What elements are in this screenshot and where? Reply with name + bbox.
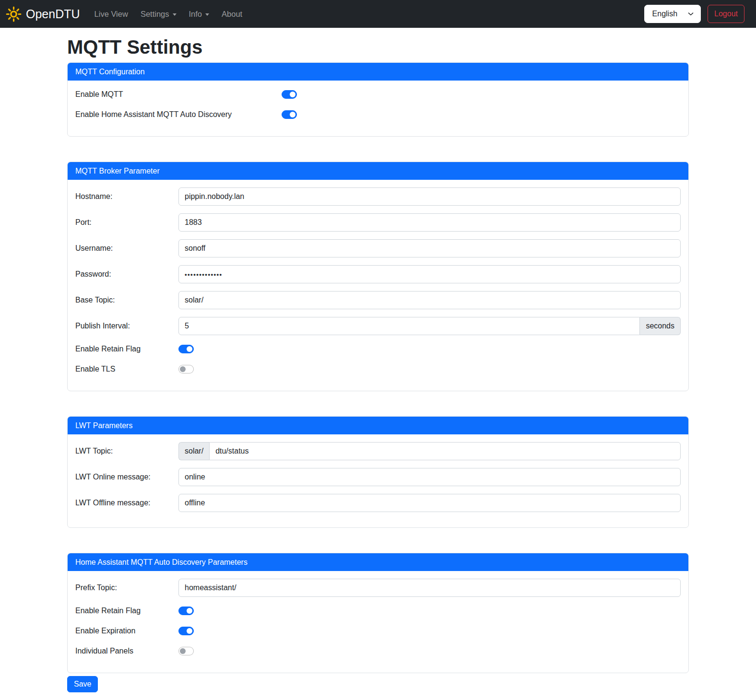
row-port: Port: <box>75 213 681 232</box>
nav-item-live-view[interactable]: Live View <box>91 6 132 23</box>
top-navbar: OpenDTU Live View Settings Info About En… <box>0 0 756 28</box>
card-header-mqtt-broker: MQTT Broker Parameter <box>68 162 688 180</box>
card-header-hass-discovery: Home Assistant MQTT Auto Discovery Param… <box>68 553 688 571</box>
card-lwt-parameters: LWT Parameters LWT Topic: solar/ LWT Onl… <box>67 416 689 528</box>
page-title: MQTT Settings <box>67 35 689 58</box>
hostname-label: Hostname: <box>75 192 178 201</box>
toggle-knob <box>180 366 186 372</box>
publish-interval-unit: seconds <box>640 317 681 335</box>
card-body: Enable MQTT Enable Home Assistant MQTT A… <box>68 81 688 136</box>
row-enable-hass-discovery: Enable Home Assistant MQTT Auto Discover… <box>75 108 681 121</box>
nav-item-about[interactable]: About <box>218 6 246 23</box>
password-input[interactable] <box>178 265 681 283</box>
enable-retain-toggle[interactable] <box>178 345 194 353</box>
card-body: Hostname: Port: Username: Password: <box>68 180 688 391</box>
prefix-topic-input[interactable] <box>178 579 681 597</box>
navbar-right: English Logout <box>644 5 744 23</box>
toggle-knob <box>187 346 192 352</box>
main-content: MQTT Settings MQTT Configuration Enable … <box>61 35 695 700</box>
row-base-topic: Base Topic: <box>75 291 681 309</box>
lwt-topic-prefix: solar/ <box>178 442 209 460</box>
chevron-down-icon <box>205 13 209 16</box>
save-button[interactable]: Save <box>67 676 98 692</box>
enable-mqtt-label: Enable MQTT <box>75 90 282 99</box>
nav-item-label: Settings <box>141 10 169 19</box>
row-hass-expiration: Enable Expiration <box>75 625 681 637</box>
row-username: Username: <box>75 239 681 257</box>
nav-item-settings[interactable]: Settings <box>137 6 180 23</box>
language-select-value: English <box>652 10 677 18</box>
card-header-lwt-parameters: LWT Parameters <box>68 417 688 434</box>
hass-retain-label: Enable Retain Flag <box>75 607 178 615</box>
lwt-online-label: LWT Online message: <box>75 473 178 481</box>
chevron-down-icon <box>688 11 694 17</box>
nav-item-label: About <box>222 10 242 19</box>
row-enable-tls: Enable TLS <box>75 363 681 375</box>
row-individual-panels: Individual Panels <box>75 645 681 657</box>
chevron-down-icon <box>173 13 177 16</box>
row-hass-retain: Enable Retain Flag <box>75 605 681 617</box>
row-lwt-offline: LWT Offline message: <box>75 494 681 512</box>
individual-panels-toggle[interactable] <box>178 647 194 655</box>
username-label: Username: <box>75 244 178 253</box>
enable-tls-label: Enable TLS <box>75 365 178 373</box>
card-body: Prefix Topic: Enable Retain Flag Enable … <box>68 571 688 673</box>
nav-item-info[interactable]: Info <box>185 6 213 23</box>
card-body: LWT Topic: solar/ LWT Online message: LW… <box>68 434 688 527</box>
sun-icon <box>6 6 22 22</box>
username-input[interactable] <box>178 239 681 257</box>
row-lwt-topic: LWT Topic: solar/ <box>75 442 681 460</box>
base-topic-input[interactable] <box>178 291 681 309</box>
nav-item-label: Info <box>189 10 202 19</box>
language-select[interactable]: English <box>644 5 701 23</box>
lwt-topic-input[interactable] <box>209 442 681 460</box>
row-lwt-online: LWT Online message: <box>75 468 681 486</box>
hass-expiration-label: Enable Expiration <box>75 627 178 635</box>
row-prefix-topic: Prefix Topic: <box>75 579 681 597</box>
enable-hass-discovery-toggle[interactable] <box>282 110 297 119</box>
nav-item-label: Live View <box>94 10 128 19</box>
individual-panels-label: Individual Panels <box>75 647 178 655</box>
card-header-mqtt-configuration: MQTT Configuration <box>68 63 688 81</box>
hass-retain-toggle[interactable] <box>178 607 194 615</box>
lwt-offline-input[interactable] <box>178 494 681 512</box>
base-topic-label: Base Topic: <box>75 296 178 304</box>
password-label: Password: <box>75 270 178 279</box>
card-mqtt-configuration: MQTT Configuration Enable MQTT Enable Ho… <box>67 62 689 137</box>
enable-retain-label: Enable Retain Flag <box>75 345 178 353</box>
port-input[interactable] <box>178 213 681 232</box>
publish-interval-input[interactable] <box>178 317 640 335</box>
lwt-online-input[interactable] <box>178 468 681 486</box>
brand-name: OpenDTU <box>26 7 80 21</box>
lwt-topic-label: LWT Topic: <box>75 447 178 455</box>
prefix-topic-label: Prefix Topic: <box>75 583 178 592</box>
toggle-knob <box>180 648 186 654</box>
hass-expiration-toggle[interactable] <box>178 627 194 635</box>
logout-button[interactable]: Logout <box>708 5 744 23</box>
enable-hass-discovery-label: Enable Home Assistant MQTT Auto Discover… <box>75 110 282 119</box>
row-enable-mqtt: Enable MQTT <box>75 88 681 101</box>
port-label: Port: <box>75 218 178 227</box>
lwt-offline-label: LWT Offline message: <box>75 499 178 507</box>
nav-links: Live View Settings Info About <box>91 6 251 23</box>
toggle-knob <box>187 628 192 634</box>
toggle-knob <box>187 608 192 614</box>
enable-mqtt-toggle[interactable] <box>282 90 297 99</box>
hostname-input[interactable] <box>178 187 681 206</box>
row-hostname: Hostname: <box>75 187 681 206</box>
row-password: Password: <box>75 265 681 283</box>
brand-logo[interactable]: OpenDTU <box>6 6 80 22</box>
toggle-knob <box>290 112 295 117</box>
enable-tls-toggle[interactable] <box>178 365 194 373</box>
row-publish-interval: Publish Interval: seconds <box>75 317 681 335</box>
card-hass-discovery: Home Assistant MQTT Auto Discovery Param… <box>67 553 689 673</box>
publish-interval-label: Publish Interval: <box>75 322 178 330</box>
row-enable-retain: Enable Retain Flag <box>75 343 681 355</box>
card-mqtt-broker: MQTT Broker Parameter Hostname: Port: Us… <box>67 162 689 391</box>
toggle-knob <box>290 92 295 97</box>
